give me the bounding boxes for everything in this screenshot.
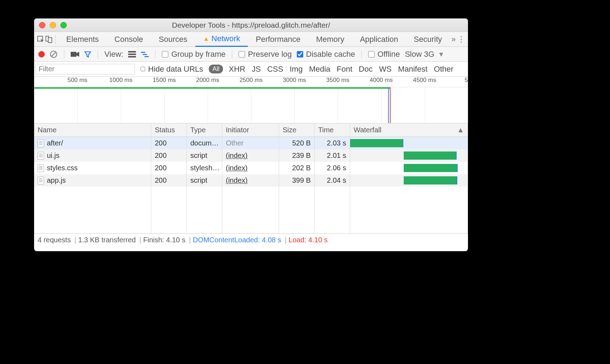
request-name: after/ bbox=[47, 139, 63, 147]
timeline-tick: 2000 ms bbox=[196, 77, 219, 84]
clear-icon[interactable] bbox=[50, 50, 58, 58]
camera-icon[interactable] bbox=[71, 51, 79, 57]
svg-rect-8 bbox=[128, 56, 136, 57]
status-domcontentloaded: DOMContentLoaded: 4.08 s bbox=[189, 236, 281, 244]
chevron-down-icon[interactable]: ▾ bbox=[439, 50, 443, 59]
separator bbox=[64, 50, 64, 59]
offline-checkbox[interactable]: Offline bbox=[368, 50, 400, 59]
col-size[interactable]: Size bbox=[279, 123, 315, 137]
waterfall-bar bbox=[404, 176, 457, 184]
tab-application[interactable]: Application bbox=[352, 32, 406, 47]
timeline-tick: 3000 ms bbox=[283, 77, 306, 84]
separator bbox=[98, 50, 98, 59]
status-requests: 4 requests bbox=[38, 236, 71, 244]
timeline-tick: 4000 ms bbox=[370, 77, 393, 84]
filter-input[interactable] bbox=[36, 64, 135, 75]
request-type: script bbox=[187, 149, 222, 162]
request-name: styles.css bbox=[47, 164, 78, 172]
tab-memory[interactable]: Memory bbox=[308, 32, 352, 47]
col-type[interactable]: Type bbox=[187, 123, 222, 137]
separator bbox=[155, 50, 156, 59]
request-status: 200 bbox=[151, 137, 187, 149]
col-name[interactable]: Name bbox=[34, 123, 151, 137]
filter-type-img[interactable]: Img bbox=[290, 65, 303, 74]
request-initiator[interactable]: (index) bbox=[226, 176, 247, 184]
col-waterfall[interactable]: Waterfall ▲ bbox=[350, 123, 468, 137]
filter-type-manifest[interactable]: Manifest bbox=[398, 65, 427, 74]
svg-rect-2 bbox=[48, 38, 52, 43]
group-by-frame-checkbox[interactable]: Group by frame bbox=[162, 50, 225, 59]
waterfall-bar bbox=[404, 151, 456, 160]
table-row[interactable]: after/200docum…Other520 B2.03 s bbox=[34, 137, 468, 149]
titlebar: Developer Tools - https://preload.glitch… bbox=[34, 18, 468, 32]
tab-separator bbox=[55, 35, 56, 44]
timeline-overview[interactable]: 500 ms1000 ms1500 ms2000 ms2500 ms3000 m… bbox=[34, 77, 468, 123]
file-icon bbox=[38, 152, 44, 160]
filter-type-all[interactable]: All bbox=[209, 65, 223, 73]
svg-rect-6 bbox=[128, 51, 136, 53]
record-button[interactable] bbox=[38, 51, 45, 57]
request-type: stylesh… bbox=[187, 162, 222, 174]
sort-asc-icon: ▲ bbox=[457, 126, 464, 134]
table-header: Name Status Type Initiator Size Time Wat… bbox=[34, 123, 468, 137]
load-marker bbox=[390, 87, 391, 123]
more-tabs-icon[interactable]: » bbox=[450, 32, 457, 47]
waterfall-overview-icon[interactable] bbox=[141, 51, 149, 57]
request-waterfall bbox=[350, 137, 468, 149]
request-name: ui.js bbox=[47, 151, 60, 160]
filter-type-js[interactable]: JS bbox=[252, 65, 261, 74]
filter-type-css[interactable]: CSS bbox=[267, 65, 283, 74]
timeline-tick: 50 bbox=[465, 77, 468, 84]
domcontentloaded-marker bbox=[388, 87, 389, 123]
filter-type-ws[interactable]: WS bbox=[379, 65, 391, 74]
col-time[interactable]: Time bbox=[315, 123, 350, 137]
tab-network[interactable]: ▲Network bbox=[195, 32, 248, 47]
filter-type-other[interactable]: Other bbox=[434, 65, 453, 74]
device-toolbar-icon[interactable] bbox=[45, 32, 53, 47]
window-title: Developer Tools - https://preload.glitch… bbox=[34, 21, 468, 29]
filter-bar: Hide data URLs All XHRJSCSSImgMediaFontD… bbox=[34, 62, 468, 77]
svg-rect-7 bbox=[128, 54, 136, 55]
waterfall-bar bbox=[350, 139, 403, 147]
filter-type-xhr[interactable]: XHR bbox=[229, 65, 245, 74]
svg-rect-5 bbox=[71, 52, 76, 57]
warning-icon: ▲ bbox=[203, 35, 209, 43]
filter-type-font[interactable]: Font bbox=[337, 65, 352, 74]
col-status[interactable]: Status bbox=[151, 123, 187, 137]
throttle-select[interactable]: Slow 3G bbox=[405, 50, 434, 59]
tab-elements[interactable]: Elements bbox=[59, 32, 107, 47]
request-size: 520 B bbox=[279, 137, 315, 149]
request-waterfall bbox=[350, 149, 468, 162]
tab-performance[interactable]: Performance bbox=[248, 32, 308, 47]
timeline-tick: 1500 ms bbox=[153, 77, 176, 84]
large-rows-icon[interactable] bbox=[128, 51, 136, 57]
status-bar: 4 requests 1.3 KB transferred Finish: 4.… bbox=[34, 233, 468, 246]
preserve-log-checkbox[interactable]: Preserve log bbox=[239, 50, 292, 59]
tab-sources[interactable]: Sources bbox=[151, 32, 195, 47]
hide-data-urls-checkbox[interactable]: Hide data URLs bbox=[141, 65, 203, 74]
filter-type-media[interactable]: Media bbox=[309, 65, 330, 74]
table-row[interactable]: styles.css200stylesh…(index)202 B2.06 s bbox=[34, 162, 468, 174]
request-size: 239 B bbox=[279, 149, 315, 162]
timeline-tick: 3500 ms bbox=[326, 77, 349, 84]
timeline-activity-bar bbox=[34, 87, 390, 89]
status-finish: Finish: 4.10 s bbox=[139, 236, 185, 244]
tab-console[interactable]: Console bbox=[107, 32, 151, 47]
table-row[interactable]: app.js200script(index)399 B2.04 s bbox=[34, 174, 468, 187]
disable-cache-checkbox[interactable]: Disable cache bbox=[297, 50, 355, 59]
request-initiator[interactable]: (index) bbox=[226, 164, 247, 172]
view-label: View: bbox=[104, 50, 123, 59]
request-initiator[interactable]: (index) bbox=[226, 151, 247, 160]
filter-type-doc[interactable]: Doc bbox=[359, 65, 372, 74]
tab-security[interactable]: Security bbox=[406, 32, 450, 47]
request-status: 200 bbox=[151, 162, 187, 174]
kebab-menu-icon[interactable]: ⋮ bbox=[457, 32, 465, 47]
separator bbox=[361, 50, 362, 59]
svg-rect-11 bbox=[145, 56, 149, 57]
timeline-tick: 1000 ms bbox=[109, 77, 132, 84]
filter-funnel-icon[interactable] bbox=[84, 51, 91, 58]
file-icon bbox=[38, 177, 44, 184]
inspect-element-icon[interactable] bbox=[37, 32, 45, 47]
table-row[interactable]: ui.js200script(index)239 B2.01 s bbox=[34, 149, 468, 162]
col-initiator[interactable]: Initiator bbox=[222, 123, 279, 137]
